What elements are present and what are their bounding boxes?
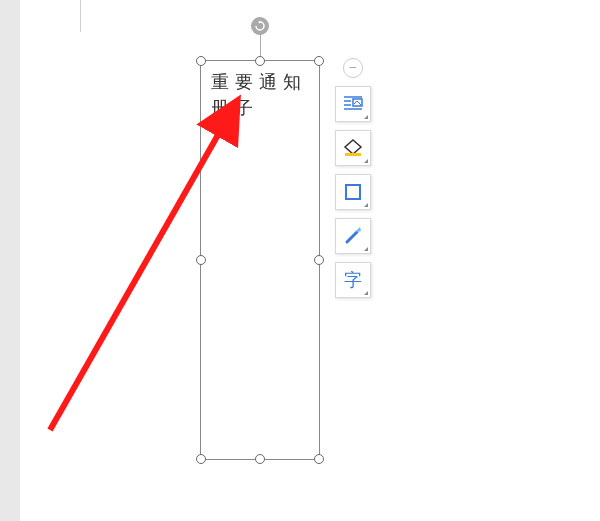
- rotation-handle[interactable]: [251, 17, 269, 35]
- contextual-toolbar: − 字: [335, 58, 371, 298]
- app-chrome-edge: [0, 0, 20, 521]
- resize-handle-ml[interactable]: [196, 255, 206, 265]
- text-style-button[interactable]: 字: [335, 262, 371, 298]
- dropdown-indicator-icon: [364, 291, 368, 295]
- fill-icon: [342, 138, 364, 158]
- typography-icon: 字: [344, 268, 362, 292]
- dropdown-indicator-icon: [364, 203, 368, 207]
- dropdown-indicator-icon: [364, 159, 368, 163]
- layout-icon: [342, 94, 364, 114]
- svg-rect-6: [346, 185, 360, 199]
- toolbar-collapse-button[interactable]: −: [343, 58, 363, 78]
- layout-options-button[interactable]: [335, 86, 371, 122]
- shape-effects-button[interactable]: [335, 218, 371, 254]
- resize-handle-tm[interactable]: [255, 56, 265, 66]
- resize-handle-bm[interactable]: [255, 454, 265, 464]
- shape-outline-button[interactable]: [335, 174, 371, 210]
- resize-handle-bl[interactable]: [196, 454, 206, 464]
- shape-fill-button[interactable]: [335, 130, 371, 166]
- resize-handle-tl[interactable]: [196, 56, 206, 66]
- resize-handle-mr[interactable]: [314, 255, 324, 265]
- minus-icon: −: [349, 61, 357, 75]
- effects-icon: [342, 225, 364, 247]
- resize-handle-br[interactable]: [314, 454, 324, 464]
- svg-rect-5: [345, 153, 361, 156]
- rotate-icon: [254, 20, 266, 32]
- outline-icon: [343, 182, 363, 202]
- textbox-text[interactable]: 重要通知册子: [201, 61, 319, 129]
- dropdown-indicator-icon: [364, 247, 368, 251]
- selected-textbox[interactable]: 重要通知册子: [200, 60, 320, 460]
- dropdown-indicator-icon: [364, 115, 368, 119]
- resize-handle-tr[interactable]: [314, 56, 324, 66]
